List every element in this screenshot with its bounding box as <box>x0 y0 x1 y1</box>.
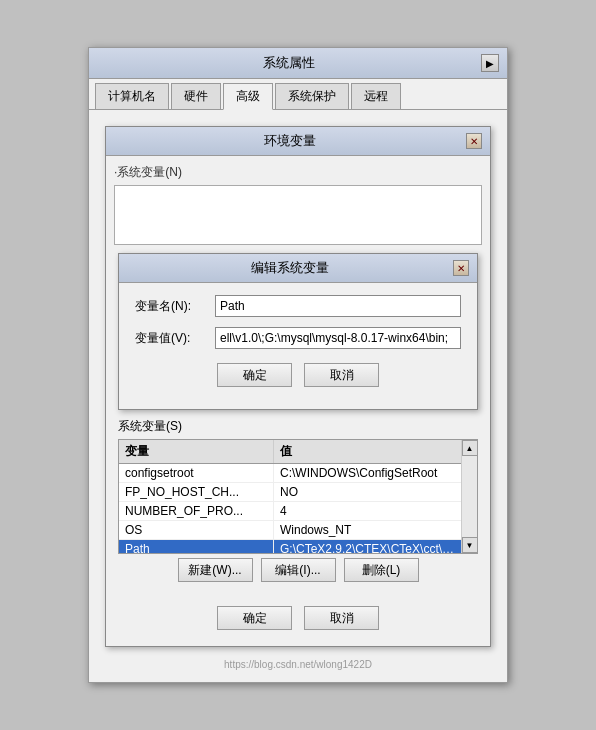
main-title: 系统属性 <box>97 54 481 72</box>
maximize-btn[interactable]: ▶ <box>481 54 499 72</box>
main-title-bar: 系统属性 ▶ <box>89 48 507 79</box>
user-vars-table <box>114 185 482 245</box>
env-title-bar: 环境变量 ✕ <box>106 127 490 156</box>
var-name-input[interactable] <box>215 295 461 317</box>
sys-vars-table-wrapper: 变量 值 configsetroot C:\WINDOWS\ConfigSetR… <box>118 439 478 554</box>
tab-system-protection[interactable]: 系统保护 <box>275 83 349 109</box>
table-row[interactable]: configsetroot C:\WINDOWS\ConfigSetRoot <box>119 464 461 483</box>
edit-content: 变量名(N): 变量值(V): 确定 取消 <box>119 283 477 409</box>
cell-var-1: FP_NO_HOST_CH... <box>119 483 274 501</box>
cell-var-2: NUMBER_OF_PRO... <box>119 502 274 520</box>
env-dialog: 环境变量 ✕ ·系统变量(N) 编辑系统变量 ✕ 变量名(N): <box>105 126 491 647</box>
main-content: 环境变量 ✕ ·系统变量(N) 编辑系统变量 ✕ 变量名(N): <box>89 110 507 682</box>
new-sys-var-btn[interactable]: 新建(W)... <box>178 558 253 582</box>
sys-vars-label: 系统变量(S) <box>118 418 478 435</box>
watermark: https://blog.csdn.net/wlong1422D <box>97 655 499 674</box>
tab-advanced[interactable]: 高级 <box>223 83 273 110</box>
edit-title: 编辑系统变量 <box>127 259 453 277</box>
vars-table-header: 变量 值 <box>119 440 461 464</box>
table-row[interactable]: FP_NO_HOST_CH... NO <box>119 483 461 502</box>
env-content: ·系统变量(N) 编辑系统变量 ✕ 变量名(N): 变量值(V): <box>106 156 490 646</box>
cell-var-0: configsetroot <box>119 464 274 482</box>
title-bar-controls: ▶ <box>481 54 499 72</box>
edit-ok-btn[interactable]: 确定 <box>217 363 292 387</box>
var-value-row: 变量值(V): <box>135 327 461 349</box>
tab-hardware[interactable]: 硬件 <box>171 83 221 109</box>
var-name-label: 变量名(N): <box>135 298 215 315</box>
scroll-up-btn[interactable]: ▲ <box>462 440 478 456</box>
sys-vars-buttons: 新建(W)... 编辑(I)... 删除(L) <box>122 554 474 590</box>
edit-title-bar: 编辑系统变量 ✕ <box>119 254 477 283</box>
vars-table-body: configsetroot C:\WINDOWS\ConfigSetRoot F… <box>119 464 461 553</box>
edit-dialog: 编辑系统变量 ✕ 变量名(N): 变量值(V): 确定 <box>118 253 478 410</box>
sys-vars-table-content: 变量 值 configsetroot C:\WINDOWS\ConfigSetR… <box>119 440 461 553</box>
edit-close-btn[interactable]: ✕ <box>453 260 469 276</box>
table-row[interactable]: OS Windows_NT <box>119 521 461 540</box>
user-vars-label: ·系统变量(N) <box>114 164 482 181</box>
main-window: 系统属性 ▶ 计算机名 硬件 高级 系统保护 远程 环境变量 ✕ ·系统变量(N… <box>88 47 508 683</box>
edit-cancel-btn[interactable]: 取消 <box>304 363 379 387</box>
table-row[interactable]: NUMBER_OF_PRO... 4 <box>119 502 461 521</box>
env-close-btn[interactable]: ✕ <box>466 133 482 149</box>
env-title: 环境变量 <box>114 132 466 150</box>
scroll-track <box>462 456 477 537</box>
table-row-selected[interactable]: Path G:\CTeX2.9.2\CTEX\CTeX\cct\bin;G:\C… <box>119 540 461 553</box>
sys-vars-section: 系统变量(S) 变量 值 configsetroot C:\WINDOWS\Co… <box>118 418 478 590</box>
tab-computer-name[interactable]: 计算机名 <box>95 83 169 109</box>
header-val-col: 值 <box>274 440 461 463</box>
cell-val-4: G:\CTeX2.9.2\CTEX\CTeX\cct\bin;G:\CTeX..… <box>274 540 461 553</box>
tabs-container: 计算机名 硬件 高级 系统保护 远程 <box>89 79 507 110</box>
var-value-label: 变量值(V): <box>135 330 215 347</box>
var-name-row: 变量名(N): <box>135 295 461 317</box>
cell-var-4: Path <box>119 540 274 553</box>
env-ok-btn[interactable]: 确定 <box>217 606 292 630</box>
scroll-down-btn[interactable]: ▼ <box>462 537 478 553</box>
var-value-input[interactable] <box>215 327 461 349</box>
cell-val-0: C:\WINDOWS\ConfigSetRoot <box>274 464 461 482</box>
edit-sys-var-btn[interactable]: 编辑(I)... <box>261 558 336 582</box>
cell-val-3: Windows_NT <box>274 521 461 539</box>
cell-var-3: OS <box>119 521 274 539</box>
scrollbar[interactable]: ▲ ▼ <box>461 440 477 553</box>
env-dialog-main-buttons: 确定 取消 <box>114 598 482 638</box>
header-var-col: 变量 <box>119 440 274 463</box>
tab-remote[interactable]: 远程 <box>351 83 401 109</box>
env-cancel-btn[interactable]: 取消 <box>304 606 379 630</box>
delete-sys-var-btn[interactable]: 删除(L) <box>344 558 419 582</box>
cell-val-2: 4 <box>274 502 461 520</box>
cell-val-1: NO <box>274 483 461 501</box>
edit-dialog-buttons: 确定 取消 <box>135 359 461 397</box>
